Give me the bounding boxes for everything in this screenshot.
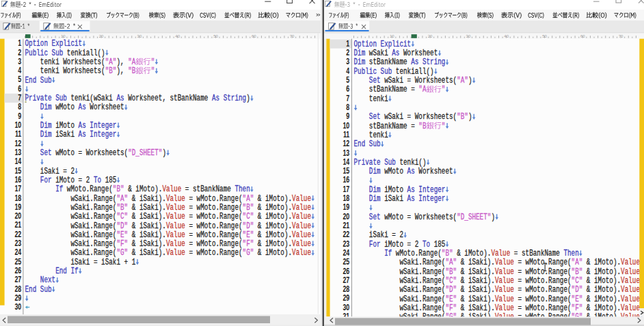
svg-text:IfwMoto.Range("B"&iMoto).Value: IfwMoto.Range("B"&iMoto).Value=stBankNam… [384,249,579,258]
svg-text:iSaki=iSaki+1: iSaki=iSaki+1 [70,257,135,267]
svg-text:16: 16 [343,175,349,185]
svg-text:21: 21 [14,220,21,230]
svg-text:28: 28 [343,284,349,294]
svg-text:70: 70 [290,34,295,38]
svg-text:26: 26 [14,266,21,275]
svg-text:40: 40 [175,34,180,38]
svg-text:wSaki.Range("F"&iSaki).Value=w: wSaki.Range("F"&iSaki).Value=wMoto.Range… [70,239,311,249]
svg-text:29: 29 [343,293,349,303]
svg-text:30: 30 [14,302,21,312]
svg-text:10: 10 [14,120,21,130]
svg-text:5: 5 [18,74,21,84]
svg-text:24: 24 [14,247,21,257]
svg-text:DimiSakiAsInteger: DimiSakiAsInteger [40,130,117,139]
svg-text:11: 11 [15,129,21,139]
svg-text:14: 14 [343,157,349,167]
svg-text:wSaki.Range("A"&iSaki).Value=w: wSaki.Range("A"&iSaki).Value=wMoto.Range… [399,258,640,267]
svg-text:13: 13 [343,148,349,157]
svg-text:60: 60 [252,34,256,38]
svg-text:70: 70 [619,34,623,38]
svg-text:25: 25 [14,256,21,266]
svg-text:tenki: tenki [369,131,388,140]
svg-text:50: 50 [213,34,218,38]
svg-text:PrivateSubtenki(): PrivateSubtenki() [354,158,427,167]
svg-text:30: 30 [137,34,142,38]
svg-text:22: 22 [14,229,21,239]
svg-text:14: 14 [14,157,21,166]
svg-text:4: 4 [18,66,21,75]
svg-text:20: 20 [428,34,433,38]
svg-text:1: 1 [18,38,21,48]
svg-text:tenki: tenki [369,94,388,103]
svg-text:OptionExplicit: OptionExplicit [354,39,412,49]
svg-text:2: 2 [346,48,349,57]
svg-text:19: 19 [14,202,21,212]
svg-text:wSaki.Range("D"&iSaki).Value=w: wSaki.Range("D"&iSaki).Value=wMoto.Range… [399,285,640,295]
svg-text:10: 10 [343,120,349,130]
svg-text:SetwSaki=Worksheets("B"): SetwSaki=Worksheets("B") [369,112,472,122]
svg-text:29: 29 [14,293,21,303]
svg-text:7: 7 [18,93,21,103]
svg-text:17: 17 [14,184,21,193]
svg-text:30: 30 [343,302,349,312]
svg-text:30: 30 [466,34,471,38]
svg-text:1: 1 [346,38,349,48]
svg-text:15: 15 [14,165,21,175]
svg-text:10: 10 [390,34,394,38]
svg-text:SetwMoto=Worksheets("D_SHEET"): SetwMoto=Worksheets("D_SHEET") [369,212,495,221]
svg-text:SetwSaki=Worksheets("A"): SetwSaki=Worksheets("A") [369,76,472,85]
svg-text:18: 18 [343,193,349,203]
svg-text:20: 20 [343,211,349,221]
svg-text:19: 19 [343,202,349,212]
svg-text:50: 50 [542,34,547,38]
svg-text:17: 17 [343,184,349,193]
svg-text:7: 7 [346,93,349,103]
svg-text:DimiSakiAsInteger: DimiSakiAsInteger [369,194,446,204]
svg-text:wSaki.Range("B"&iSaki).Value=w: wSaki.Range("B"&iSaki).Value=wMoto.Range… [399,267,640,276]
svg-text:5: 5 [346,75,349,85]
svg-text:20: 20 [14,211,21,221]
svg-text:10: 10 [61,34,66,38]
svg-text:wSaki.Range("F"&iSaki).Value=w: wSaki.Range("F"&iSaki).Value=wMoto.Range… [399,303,640,312]
svg-text:26: 26 [343,266,349,275]
svg-text:18: 18 [14,193,21,202]
svg-text:6: 6 [346,84,349,94]
svg-text:25: 25 [343,257,349,267]
svg-text:28: 28 [14,284,21,293]
svg-text:40: 40 [504,34,509,38]
svg-text:8: 8 [346,103,349,112]
svg-text:22: 22 [343,230,349,239]
svg-text:9: 9 [346,111,349,121]
svg-text:15: 15 [343,166,349,176]
svg-text:wSaki.Range("A"&iSaki).Value=w: wSaki.Range("A"&iSaki).Value=wMoto.Range… [70,193,311,203]
svg-text:DimiMotoAsInteger: DimiMotoAsInteger [369,185,446,194]
svg-text:8: 8 [18,102,21,111]
svg-text:DimiMotoAsInteger: DimiMotoAsInteger [40,121,117,131]
svg-text:OptionExplicit: OptionExplicit [25,39,83,49]
svg-text:PrivateSubtenki(wSakiAsWorkshe: PrivateSubtenki(wSakiAsWorksheet,stBankN… [25,94,250,103]
svg-text:wSaki.Range("C"&iSaki).Value=w: wSaki.Range("C"&iSaki).Value=wMoto.Range… [399,276,640,286]
svg-text:23: 23 [343,239,349,248]
svg-text:11: 11 [343,130,349,139]
svg-text:9: 9 [18,111,21,120]
svg-text:20: 20 [99,34,104,38]
svg-text:wSaki.Range("E"&iSaki).Value=w: wSaki.Range("E"&iSaki).Value=wMoto.Range… [70,230,311,239]
svg-text:16: 16 [14,175,21,185]
svg-text:24: 24 [343,248,349,258]
svg-text:13: 13 [14,148,21,157]
svg-text:wSaki.Range("B"&iSaki).Value=w: wSaki.Range("B"&iSaki).Value=wMoto.Range… [70,203,311,213]
svg-text:wSaki.Range("D"&iSaki).Value=w: wSaki.Range("D"&iSaki).Value=wMoto.Range… [70,221,311,230]
svg-text:wSaki.Range("E"&iSaki).Value=w: wSaki.Range("E"&iSaki).Value=wMoto.Range… [399,294,640,303]
svg-text:2: 2 [18,47,21,57]
svg-text:SetwMoto=Worksheets("D_SHEET"): SetwMoto=Worksheets("D_SHEET") [40,148,166,158]
svg-text:60: 60 [580,34,585,38]
svg-text:27: 27 [343,275,349,285]
svg-text:12: 12 [343,139,349,148]
svg-text:4: 4 [346,66,349,75]
svg-text:27: 27 [14,275,21,284]
svg-text:Next: Next [40,275,55,285]
svg-text:23: 23 [14,239,21,248]
svg-text:21: 21 [343,221,349,230]
svg-text:wSaki.Range("C"&iSaki).Value=w: wSaki.Range("C"&iSaki).Value=wMoto.Range… [70,212,311,221]
svg-text:wSaki.Range("G"&iSaki).Value=w: wSaki.Range("G"&iSaki).Value=wMoto.Range… [70,248,311,258]
